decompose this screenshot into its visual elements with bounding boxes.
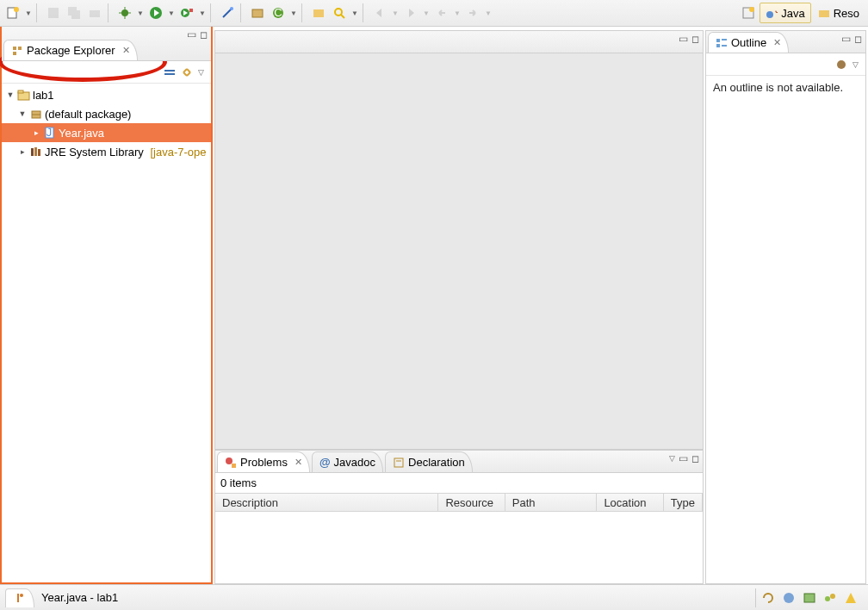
tray-sync-icon[interactable] bbox=[761, 591, 775, 605]
package-explorer-icon bbox=[11, 45, 23, 57]
editor-area[interactable]: ▭ ◻ bbox=[214, 30, 704, 450]
debug-dropdown[interactable]: ▼ bbox=[136, 9, 145, 17]
perspective-java[interactable]: J Java bbox=[760, 3, 810, 23]
close-icon[interactable]: ✕ bbox=[294, 457, 302, 468]
center-column: ▭ ◻ Problems ✕ @ Javadoc Declaration bbox=[213, 27, 705, 584]
package-explorer-tree[interactable]: ▼ lab1 ▼ (default package) ▸ J Year.java bbox=[2, 84, 211, 582]
new-button[interactable] bbox=[3, 3, 22, 22]
new-class-dropdown[interactable]: ▼ bbox=[289, 9, 298, 17]
search-dropdown[interactable]: ▼ bbox=[350, 9, 359, 17]
forward-dropdown[interactable]: ▼ bbox=[484, 9, 493, 17]
save-button[interactable] bbox=[44, 3, 63, 22]
svg-rect-50 bbox=[722, 45, 727, 47]
svg-point-1 bbox=[14, 7, 19, 12]
tree-project[interactable]: ▼ lab1 bbox=[2, 85, 211, 104]
outline-maximize-button[interactable]: ◻ bbox=[854, 34, 862, 45]
editor-maximize-button[interactable]: ◻ bbox=[691, 34, 699, 45]
svg-rect-55 bbox=[804, 594, 815, 602]
search-button[interactable] bbox=[330, 3, 349, 22]
minimize-button[interactable]: ▭ bbox=[187, 28, 196, 40]
nav-prev-button[interactable] bbox=[370, 3, 389, 22]
open-perspective-button[interactable] bbox=[739, 3, 758, 22]
svg-rect-40 bbox=[31, 148, 34, 156]
nav-next-button[interactable] bbox=[401, 3, 420, 22]
tray-gc-icon[interactable] bbox=[823, 591, 837, 605]
tab-javadoc[interactable]: @ Javadoc bbox=[312, 451, 383, 472]
tray-image-icon[interactable] bbox=[803, 591, 816, 605]
svg-rect-44 bbox=[232, 464, 236, 468]
back-button[interactable] bbox=[432, 3, 451, 22]
debug-button[interactable] bbox=[115, 3, 134, 22]
outline-toolbar: ▽ bbox=[706, 53, 865, 76]
open-type-button[interactable] bbox=[309, 3, 328, 22]
save-all-button[interactable] bbox=[65, 3, 84, 22]
svg-point-26 bbox=[766, 11, 773, 18]
tab-declaration[interactable]: Declaration bbox=[385, 451, 473, 472]
svg-point-57 bbox=[830, 594, 835, 599]
editor-minimize-button[interactable]: ▭ bbox=[679, 33, 688, 45]
tree-jre[interactable]: ▸ JRE System Library [java-7-ope bbox=[2, 142, 211, 161]
back-dropdown[interactable]: ▼ bbox=[453, 9, 462, 17]
tree-file-selected[interactable]: ▸ J Year.java bbox=[2, 123, 211, 142]
tree-package[interactable]: ▼ (default package) bbox=[2, 104, 211, 123]
problems-icon bbox=[225, 457, 237, 469]
col-resource[interactable]: Resource bbox=[438, 494, 505, 511]
javadoc-icon: @ bbox=[319, 456, 331, 469]
outline-minimize-button[interactable]: ▭ bbox=[841, 33, 851, 45]
svg-rect-48 bbox=[722, 39, 727, 40]
svg-rect-45 bbox=[394, 458, 403, 467]
svg-rect-16 bbox=[252, 9, 263, 17]
run-dropdown[interactable]: ▼ bbox=[167, 9, 176, 17]
close-icon[interactable]: ✕ bbox=[773, 37, 781, 48]
problems-maximize-button[interactable]: ◻ bbox=[691, 453, 699, 464]
status-bar: Year.java - lab1 bbox=[0, 584, 868, 610]
col-description[interactable]: Description bbox=[215, 494, 438, 511]
view-menu-dropdown[interactable]: ▽ bbox=[198, 68, 204, 77]
print-button[interactable] bbox=[85, 3, 104, 22]
tab-problems[interactable]: Problems ✕ bbox=[217, 451, 310, 472]
svg-rect-4 bbox=[71, 10, 80, 19]
close-icon[interactable]: ✕ bbox=[122, 45, 130, 56]
perspective-resource[interactable]: Reso bbox=[813, 3, 865, 23]
outline-view-menu[interactable]: ▽ bbox=[852, 60, 859, 69]
svg-marker-58 bbox=[846, 593, 856, 603]
status-marker[interactable] bbox=[5, 588, 34, 607]
svg-marker-22 bbox=[376, 9, 381, 17]
problems-table-header: Description Resource Path Location Type bbox=[215, 493, 703, 512]
svg-rect-52 bbox=[17, 594, 19, 602]
svg-rect-31 bbox=[13, 52, 16, 55]
col-type[interactable]: Type bbox=[664, 494, 703, 511]
run-button[interactable] bbox=[146, 3, 165, 22]
nav-next-dropdown[interactable]: ▼ bbox=[422, 9, 431, 17]
maximize-button[interactable]: ◻ bbox=[200, 29, 208, 40]
problems-minimize-button[interactable]: ▭ bbox=[679, 452, 688, 464]
status-tray bbox=[755, 588, 863, 607]
tray-updates-icon[interactable] bbox=[844, 591, 858, 605]
tray-tip-icon[interactable] bbox=[782, 591, 796, 605]
col-location[interactable]: Location bbox=[597, 494, 663, 511]
collapse-all-icon[interactable] bbox=[164, 66, 176, 78]
outline-icon bbox=[716, 37, 728, 49]
new-class-button[interactable]: C bbox=[269, 3, 288, 22]
col-path[interactable]: Path bbox=[505, 494, 598, 511]
problems-view-menu[interactable]: ▽ bbox=[669, 454, 675, 463]
wand-button[interactable] bbox=[218, 3, 237, 22]
svg-rect-19 bbox=[313, 9, 324, 17]
run-last-button[interactable] bbox=[177, 3, 196, 22]
package-explorer-title: Package Explorer bbox=[27, 44, 115, 57]
svg-rect-35 bbox=[18, 90, 23, 93]
new-package-button[interactable] bbox=[248, 3, 267, 22]
svg-rect-13 bbox=[189, 9, 193, 12]
focus-task-icon[interactable] bbox=[835, 59, 847, 71]
svg-rect-2 bbox=[48, 8, 59, 18]
svg-rect-29 bbox=[13, 47, 16, 50]
run-last-dropdown[interactable]: ▼ bbox=[198, 9, 207, 17]
outline-tab[interactable]: Outline ✕ bbox=[708, 32, 789, 53]
package-explorer-tab[interactable]: Package Explorer ✕ bbox=[3, 40, 138, 60]
forward-button[interactable] bbox=[463, 3, 482, 22]
nav-prev-dropdown[interactable]: ▼ bbox=[391, 9, 400, 17]
svg-rect-32 bbox=[164, 70, 175, 72]
new-dropdown[interactable]: ▼ bbox=[24, 9, 33, 17]
link-editor-icon[interactable] bbox=[181, 66, 193, 78]
outline-view: Outline ✕ ▭ ◻ ▽ An outline is not availa… bbox=[705, 30, 866, 584]
